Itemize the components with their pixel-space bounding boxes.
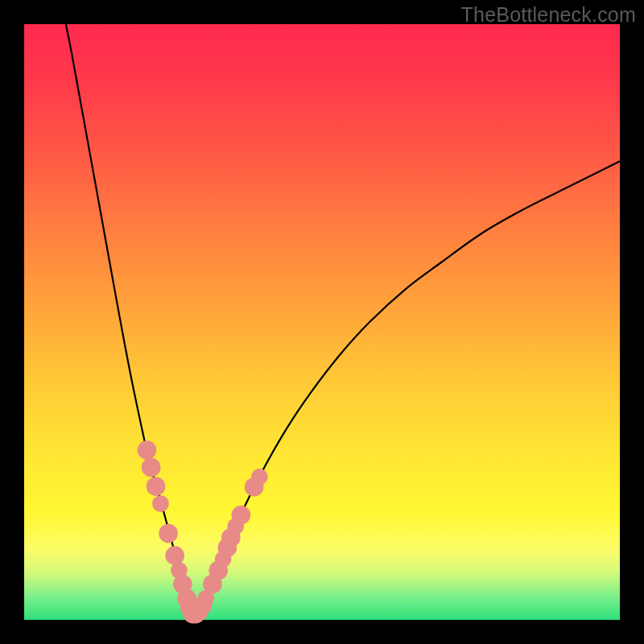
data-markers [138, 440, 268, 623]
chart-frame: TheBottleneck.com [0, 0, 644, 644]
data-marker [138, 440, 157, 460]
data-marker [165, 546, 184, 565]
data-marker [232, 506, 251, 525]
data-marker [152, 495, 169, 512]
data-marker [251, 469, 268, 485]
data-marker [142, 458, 161, 477]
curve-right [194, 161, 620, 615]
plot-area [24, 24, 620, 620]
data-marker [159, 524, 178, 543]
data-marker [147, 477, 166, 496]
watermark-text: TheBottleneck.com [461, 3, 636, 27]
chart-svg [24, 24, 620, 620]
